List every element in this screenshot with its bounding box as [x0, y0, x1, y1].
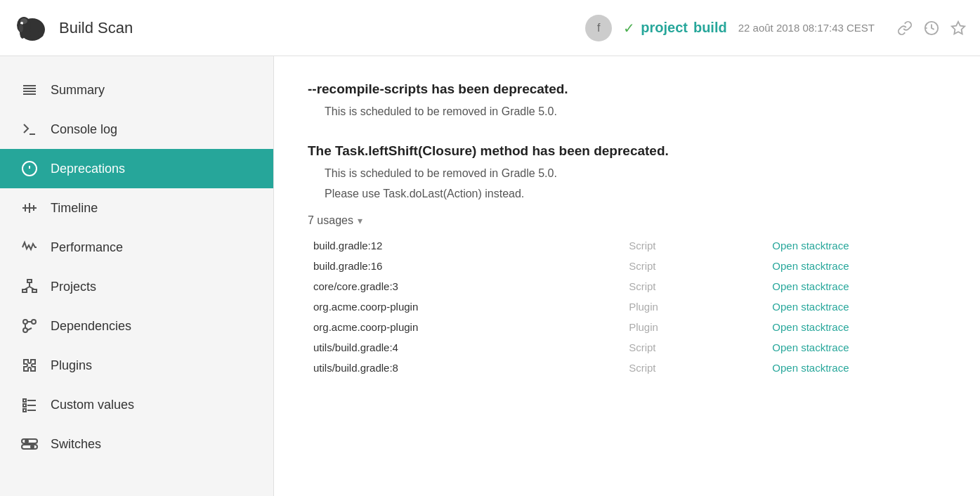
header: Build Scan f ✓ project build 22 août 201… [0, 0, 980, 56]
usage-file-3: org.acme.coorp-plugin [308, 296, 623, 317]
svg-point-3 [38, 30, 44, 37]
usage-link-6[interactable]: Open stacktrace [766, 358, 946, 378]
svg-point-7 [19, 24, 23, 32]
sidebar-item-deprecations[interactable]: Deprecations [0, 149, 273, 188]
usage-link-2[interactable]: Open stacktrace [766, 276, 946, 296]
dependencies-icon [20, 316, 39, 336]
puzzle-icon [20, 355, 39, 375]
avatar[interactable]: f [585, 15, 612, 41]
usage-link-5[interactable]: Open stacktrace [766, 337, 946, 358]
sidebar-item-console-label: Console log [51, 122, 117, 137]
deprecation-block-1: --recompile-scripts has been deprecated.… [308, 81, 946, 121]
usage-type-3: Plugin [623, 296, 766, 317]
usage-link-0[interactable]: Open stacktrace [766, 235, 946, 256]
table-row: utils/build.gradle:8 Script Open stacktr… [308, 358, 946, 378]
main-layout: Summary Console log Deprecations [0, 56, 980, 496]
table-row: build.gradle:16 Script Open stacktrace [308, 256, 946, 276]
sidebar-item-deprecations-label: Deprecations [51, 162, 125, 176]
sidebar: Summary Console log Deprecations [0, 56, 274, 496]
build-link[interactable]: build [693, 20, 727, 36]
timeline-icon [20, 198, 39, 218]
svg-rect-24 [32, 289, 37, 292]
usage-file-6: utils/build.gradle:8 [308, 358, 623, 378]
usage-file-1: build.gradle:16 [308, 256, 623, 276]
usage-type-1: Script [623, 256, 766, 276]
sidebar-item-plugins-label: Plugins [51, 358, 92, 373]
header-actions [897, 20, 966, 37]
sidebar-item-summary-label: Summary [51, 83, 105, 98]
warning-circle-icon [20, 159, 39, 178]
sidebar-item-custom-values-label: Custom values [51, 398, 134, 412]
usage-type-2: Script [623, 276, 766, 296]
usages-table: build.gradle:12 Script Open stacktrace b… [308, 235, 946, 378]
table-row: utils/build.gradle:4 Script Open stacktr… [308, 337, 946, 358]
svg-rect-23 [22, 289, 27, 292]
svg-rect-41 [22, 445, 37, 449]
toggle-icon [20, 434, 39, 454]
deprecation-block-2: The Task.leftShift(Closure) method has b… [308, 143, 946, 378]
project-link[interactable]: project [641, 20, 688, 36]
list-detail-icon [20, 395, 39, 415]
link-icon[interactable] [897, 20, 913, 37]
chevron-down-icon: ▾ [358, 215, 362, 226]
usage-link-4[interactable]: Open stacktrace [766, 317, 946, 337]
sidebar-item-performance-label: Performance [51, 240, 123, 255]
elephant-icon [14, 10, 51, 46]
sidebar-item-plugins[interactable]: Plugins [0, 346, 273, 385]
logo: Build Scan [14, 10, 133, 46]
deprecation-1-title: --recompile-scripts has been deprecated. [308, 81, 946, 97]
table-row: org.acme.coorp-plugin Plugin Open stackt… [308, 317, 946, 337]
sidebar-item-custom-values[interactable]: Custom values [0, 385, 273, 424]
svg-rect-40 [22, 439, 37, 443]
svg-point-29 [32, 320, 36, 324]
sidebar-item-timeline[interactable]: Timeline [0, 188, 273, 228]
usage-link-1[interactable]: Open stacktrace [766, 256, 946, 276]
usage-file-2: core/core.gradle:3 [308, 276, 623, 296]
svg-point-30 [23, 328, 27, 332]
sidebar-item-dependencies-label: Dependencies [51, 319, 131, 334]
sidebar-item-projects[interactable]: Projects [0, 267, 273, 306]
svg-point-43 [31, 445, 34, 448]
deprecation-2-title: The Task.leftShift(Closure) method has b… [308, 143, 946, 159]
sidebar-item-switches[interactable]: Switches [0, 424, 273, 464]
history-icon[interactable] [924, 20, 939, 37]
search-icon[interactable] [950, 20, 966, 37]
usage-type-4: Plugin [623, 317, 766, 337]
waveform-icon [20, 237, 39, 257]
sidebar-item-performance[interactable]: Performance [0, 228, 273, 267]
deprecation-2-sub2: Please use Task.doLast(Action) instead. [325, 185, 946, 203]
svg-rect-38 [23, 409, 26, 412]
lines-icon [20, 80, 39, 100]
table-row: org.acme.coorp-plugin Plugin Open stackt… [308, 296, 946, 317]
usage-file-4: org.acme.coorp-plugin [308, 317, 623, 337]
hierarchy-icon [20, 277, 39, 296]
table-row: core/core.gradle:3 Script Open stacktrac… [308, 276, 946, 296]
sidebar-item-switches-label: Switches [51, 437, 101, 452]
svg-point-42 [25, 440, 28, 443]
svg-rect-34 [23, 399, 26, 402]
usage-file-5: utils/build.gradle:4 [308, 337, 623, 358]
sidebar-item-projects-label: Projects [51, 280, 96, 294]
deprecation-1-sub1: This is scheduled to be removed in Gradl… [325, 103, 946, 121]
sidebar-item-dependencies[interactable]: Dependencies [0, 306, 273, 346]
svg-point-28 [23, 320, 27, 324]
usage-link-3[interactable]: Open stacktrace [766, 296, 946, 317]
usages-toggle[interactable]: 7 usages ▾ [308, 214, 946, 227]
deprecation-2-sub1: This is scheduled to be removed in Gradl… [325, 164, 946, 183]
main-content: --recompile-scripts has been deprecated.… [274, 56, 980, 496]
usage-type-0: Script [623, 235, 766, 256]
build-datetime: 22 août 2018 08:17:43 CEST [738, 22, 875, 34]
sidebar-item-summary[interactable]: Summary [0, 70, 273, 110]
svg-rect-22 [27, 280, 32, 282]
check-icon: ✓ [623, 20, 635, 37]
table-row: build.gradle:12 Script Open stacktrace [308, 235, 946, 256]
svg-marker-9 [952, 22, 965, 34]
usage-type-5: Script [623, 337, 766, 358]
svg-line-33 [27, 328, 32, 330]
terminal-icon [20, 119, 39, 139]
usage-type-6: Script [623, 358, 766, 378]
build-status: ✓ project build 22 août 2018 08:17:43 CE… [623, 20, 875, 37]
sidebar-item-console-log[interactable]: Console log [0, 110, 273, 149]
svg-rect-36 [23, 404, 26, 407]
usage-file-0: build.gradle:12 [308, 235, 623, 256]
